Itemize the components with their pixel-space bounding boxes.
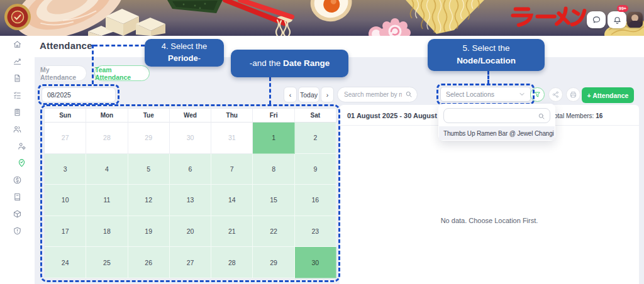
locations-search: [443, 108, 550, 123]
add-attendance-button[interactable]: + Attendance: [582, 87, 634, 103]
filter-button[interactable]: [530, 87, 545, 102]
calendar-day[interactable]: 13: [170, 185, 211, 216]
sidebar-item-tasks[interactable]: [0, 87, 35, 104]
sidebar-item-inventory[interactable]: [0, 205, 35, 222]
sidebar-item-team[interactable]: [0, 121, 35, 138]
calendar-day[interactable]: 19: [128, 216, 170, 248]
page-title: Attendance: [40, 40, 92, 51]
user-avatar[interactable]: [627, 12, 643, 28]
share-button[interactable]: [548, 87, 563, 102]
calendar-day[interactable]: 29: [128, 123, 170, 154]
callout-text: -: [198, 53, 201, 63]
calendar-day[interactable]: 14: [211, 185, 253, 216]
calendar-day[interactable]: 24: [45, 247, 86, 278]
sidebar-item-finance[interactable]: [0, 172, 35, 188]
sidebar-item-ledger[interactable]: [0, 188, 35, 205]
chat-button[interactable]: [587, 11, 606, 28]
callout-select-periode: 4. Select the Periode-: [145, 39, 224, 67]
weekday-label: Sat: [295, 109, 336, 123]
today-label: Today: [300, 91, 318, 99]
calendar-day[interactable]: 5: [128, 154, 170, 185]
sidebar-item-analytics[interactable]: [0, 53, 35, 70]
chevron-right-icon: ›: [326, 91, 329, 99]
sidebar-nav: [0, 36, 35, 284]
sidebar-item-location-check[interactable]: [0, 155, 35, 172]
weekday-label: Wed: [170, 109, 211, 123]
attendance-calendar: SunMonTueWedThuFriSat2728293031123456789…: [44, 108, 337, 279]
callout-text: 4. Select the: [162, 41, 207, 51]
home-icon: [13, 40, 22, 49]
calendar-day[interactable]: 10: [45, 185, 86, 216]
calendar-day[interactable]: 7: [211, 154, 253, 185]
calendar-day[interactable]: 25: [86, 247, 128, 278]
calendar-day[interactable]: 11: [86, 185, 128, 216]
member-search: [337, 87, 418, 102]
sidebar-item-documents[interactable]: [0, 70, 35, 87]
sidebar-item-clipboard[interactable]: [0, 104, 35, 121]
calendar-day[interactable]: 4: [86, 154, 128, 185]
notifications-button[interactable]: [608, 11, 626, 28]
calendar-day[interactable]: 3: [45, 154, 86, 185]
clipboard-icon: [13, 107, 22, 117]
calendar-day[interactable]: 31: [211, 123, 253, 154]
calendar-day[interactable]: 20: [170, 216, 211, 248]
funnel-icon: [533, 90, 541, 99]
sidebar-item-person-settings[interactable]: [0, 138, 35, 155]
analytics-icon: [13, 57, 22, 66]
ramen-illustration: [0, 0, 644, 36]
calendar-day[interactable]: 16: [295, 185, 336, 216]
locations-select[interactable]: Select Locations: [440, 87, 531, 102]
calendar-day[interactable]: 1: [253, 123, 294, 154]
callout-text-bold: Node/Location: [457, 56, 516, 65]
team-icon: [13, 124, 22, 134]
empty-state-message: No data. Choose Location First.: [340, 217, 639, 224]
calendar-day[interactable]: 28: [211, 247, 253, 278]
today-button[interactable]: Today: [298, 87, 319, 102]
calendar-day[interactable]: 23: [295, 216, 336, 248]
locations-placeholder: Select Locations: [446, 90, 494, 98]
calendar-day[interactable]: 6: [170, 154, 211, 185]
chevron-left-icon: ‹: [289, 91, 292, 99]
weekday-label: Sun: [45, 109, 86, 123]
prev-period-button[interactable]: ‹: [284, 87, 297, 102]
app-header: ラーメン 99+: [0, 0, 644, 36]
sidebar-item-security[interactable]: [0, 222, 35, 239]
location-option[interactable]: Thumbs Up Ramen Bar @ Jewel Changi: [439, 126, 555, 140]
callout-text: 5. Select the: [462, 43, 509, 53]
print-button[interactable]: [566, 87, 580, 102]
calendar-day[interactable]: 30: [170, 123, 211, 154]
notification-count-badge: 99+: [617, 5, 628, 12]
calendar-day[interactable]: 9: [295, 154, 336, 185]
total-members-label: Total Members:: [551, 112, 594, 119]
documents-icon: [13, 74, 22, 83]
callout-text: -and the: [250, 58, 283, 68]
calendar-day[interactable]: 17: [45, 216, 86, 248]
callout-text-bold: Date Range: [283, 58, 330, 68]
share-icon: [552, 90, 560, 99]
chat-bubble-icon: [592, 15, 601, 25]
next-period-button[interactable]: ›: [321, 87, 334, 102]
calendar-day[interactable]: 21: [211, 216, 253, 248]
total-members: Total Members: 16: [551, 112, 602, 119]
calendar-day[interactable]: 12: [128, 185, 170, 216]
period-input[interactable]: [42, 87, 116, 102]
calendar-day[interactable]: 28: [86, 123, 128, 154]
calendar-day[interactable]: 26: [128, 247, 170, 278]
sidebar-item-home[interactable]: [0, 36, 35, 53]
calendar-day[interactable]: 15: [253, 185, 294, 216]
calendar-day[interactable]: 8: [253, 154, 294, 185]
tab-label: My Attendance: [40, 66, 86, 81]
calendar-day[interactable]: 30: [295, 247, 336, 278]
callout-date-range: -and the Date Range: [231, 50, 348, 77]
locations-search-input[interactable]: [443, 108, 550, 123]
tab-my-attendance[interactable]: My Attendance: [40, 65, 87, 81]
calendar-day[interactable]: 27: [170, 247, 211, 278]
tab-team-attendance[interactable]: Team Attendance: [94, 65, 150, 81]
search-icon: [538, 112, 545, 120]
calendar-day[interactable]: 18: [86, 216, 128, 248]
calendar-day[interactable]: 22: [253, 216, 294, 248]
calendar-day[interactable]: 29: [253, 247, 294, 278]
calendar-day[interactable]: 2: [295, 123, 336, 154]
calendar-day[interactable]: 27: [45, 123, 86, 154]
chevron-down-icon: [519, 91, 525, 97]
